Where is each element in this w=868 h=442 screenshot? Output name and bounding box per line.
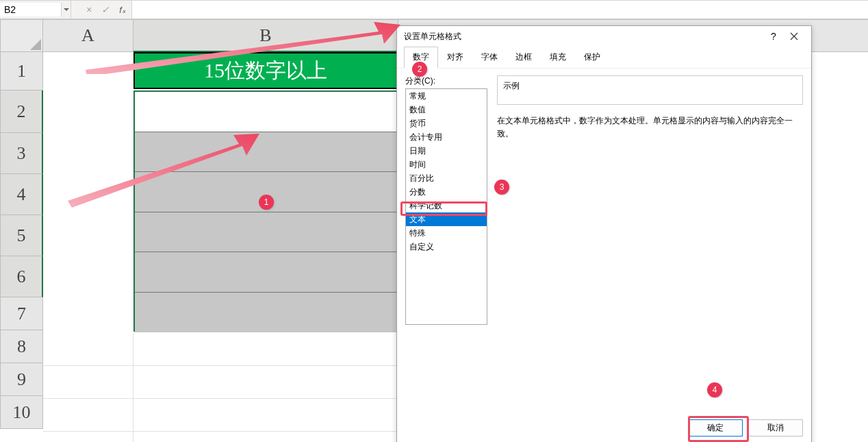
row-header[interactable]: 4 xyxy=(0,174,43,215)
close-button[interactable] xyxy=(784,32,804,40)
category-item[interactable]: 自定义 xyxy=(406,240,487,254)
format-description: 在文本单元格格式中，数字作为文本处理。单元格显示的内容与输入的内容完全一致。 xyxy=(497,114,803,140)
cell[interactable] xyxy=(43,399,133,432)
row-header[interactable]: 9 xyxy=(0,363,43,396)
cell[interactable] xyxy=(133,333,398,366)
name-box-dropdown[interactable] xyxy=(62,1,71,19)
col-header-B[interactable]: B xyxy=(133,19,398,52)
formula-bar: × ✓ fₓ xyxy=(0,0,868,19)
select-all-corner[interactable] xyxy=(0,19,43,52)
row-header[interactable]: 10 xyxy=(0,396,43,429)
row-header[interactable]: 6 xyxy=(0,256,43,297)
cell[interactable] xyxy=(133,399,398,432)
category-item[interactable]: 会计专用 xyxy=(406,130,487,144)
dialog-tabs: 数字 对齐 字体 边框 填充 保护 xyxy=(397,47,811,69)
category-label: 分类(C): xyxy=(405,75,487,87)
category-item[interactable]: 文本 xyxy=(406,212,487,226)
help-button[interactable]: ? xyxy=(763,31,784,42)
cell[interactable] xyxy=(43,333,133,366)
cell[interactable] xyxy=(43,366,133,399)
tab-alignment[interactable]: 对齐 xyxy=(438,47,472,68)
category-item[interactable]: 科学记数 xyxy=(406,199,487,212)
row-header[interactable]: 3 xyxy=(0,133,43,174)
row-header[interactable]: 1 xyxy=(0,52,43,90)
sample-label: 示例 xyxy=(503,80,797,92)
dialog-title: 设置单元格格式 xyxy=(404,31,763,42)
insert-function-icon[interactable]: fₓ xyxy=(119,5,126,15)
row-headers: 1 2 3 4 5 6 7 8 9 10 xyxy=(0,52,43,429)
cell[interactable] xyxy=(135,92,396,132)
close-icon xyxy=(790,32,798,40)
row-header[interactable]: 7 xyxy=(0,297,43,330)
col-header-A[interactable]: A xyxy=(43,19,133,52)
format-cells-dialog: 设置单元格格式 ? 数字 对齐 字体 边框 填充 保护 分类(C): 常规 数值… xyxy=(396,25,812,442)
cell[interactable] xyxy=(135,132,396,173)
category-item[interactable]: 百分比 xyxy=(406,171,487,185)
formula-input[interactable] xyxy=(132,1,868,19)
name-box[interactable] xyxy=(0,3,62,16)
category-item[interactable]: 时间 xyxy=(406,158,487,171)
category-item[interactable]: 特殊 xyxy=(406,226,487,240)
formula-confirm-icon[interactable]: ✓ xyxy=(101,4,110,15)
row-header[interactable]: 5 xyxy=(0,215,43,256)
cell[interactable] xyxy=(135,212,396,253)
category-item[interactable]: 数值 xyxy=(406,103,487,116)
cell-B1[interactable]: 15位数字以上 xyxy=(133,52,398,89)
category-list[interactable]: 常规 数值 货币 会计专用 日期 时间 百分比 分数 科学记数 文本 特殊 自定… xyxy=(405,88,487,325)
cell[interactable] xyxy=(135,252,396,293)
tab-protection[interactable]: 保护 xyxy=(575,47,609,68)
cell[interactable] xyxy=(135,293,396,333)
tab-fill[interactable]: 填充 xyxy=(541,47,575,68)
tab-border[interactable]: 边框 xyxy=(507,47,541,68)
row-header[interactable]: 2 xyxy=(0,90,43,133)
cell[interactable] xyxy=(135,172,396,212)
cancel-button[interactable]: 取消 xyxy=(748,419,803,437)
category-item[interactable]: 常规 xyxy=(406,89,487,103)
category-item[interactable]: 货币 xyxy=(406,116,487,130)
tab-font[interactable]: 字体 xyxy=(472,47,507,68)
cell[interactable] xyxy=(133,366,398,399)
row-header[interactable]: 8 xyxy=(0,330,43,363)
cell[interactable] xyxy=(133,432,398,442)
ok-button[interactable]: 确定 xyxy=(688,419,743,437)
category-item[interactable]: 日期 xyxy=(406,144,487,158)
selected-range[interactable] xyxy=(133,90,398,332)
cell[interactable] xyxy=(43,432,133,442)
tab-number[interactable]: 数字 xyxy=(404,47,438,69)
formula-cancel-icon[interactable]: × xyxy=(86,4,92,15)
category-item[interactable]: 分数 xyxy=(406,185,487,199)
